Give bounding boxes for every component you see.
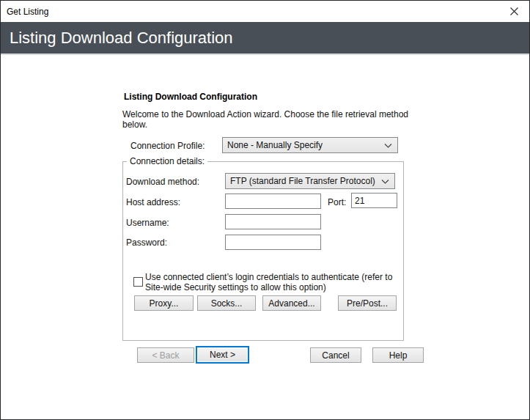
host-address-label: Host address: — [126, 197, 180, 207]
password-label: Password: — [126, 237, 167, 248]
close-icon — [509, 7, 519, 16]
wizard-heading: Listing Download Configuration — [124, 92, 257, 102]
page-title: Listing Download Configuration — [10, 29, 233, 48]
next-button[interactable]: Next > — [196, 346, 249, 364]
back-button: < Back — [137, 347, 194, 363]
port-input[interactable] — [351, 193, 397, 208]
connection-profile-label: Connection Profile: — [130, 141, 205, 151]
connection-profile-value: None - Manually Specify — [227, 140, 323, 150]
connection-details-group-label: Connection details: — [127, 156, 207, 166]
wizard-intro-line-1: Welcome to the Download Action wizard. C… — [122, 109, 408, 119]
download-method-label: Download method: — [126, 177, 199, 187]
password-input[interactable] — [225, 235, 321, 250]
port-label: Port: — [328, 197, 346, 207]
banner: Listing Download Configuration — [1, 22, 529, 55]
credentials-checkbox[interactable] — [133, 277, 143, 287]
close-button[interactable] — [498, 1, 529, 22]
username-input[interactable] — [225, 214, 321, 229]
connection-profile-select[interactable]: None - Manually Specify — [222, 137, 398, 153]
help-button[interactable]: Help — [372, 347, 424, 363]
pre-post-button[interactable]: Pre/Post... — [338, 295, 397, 311]
advanced-button[interactable]: Advanced... — [262, 295, 321, 311]
socks-button[interactable]: Socks... — [197, 295, 256, 311]
cancel-button[interactable]: Cancel — [310, 347, 361, 363]
username-label: Username: — [126, 218, 169, 228]
chevron-down-icon — [384, 144, 392, 148]
host-address-input[interactable] — [225, 194, 321, 209]
proxy-button[interactable]: Proxy... — [134, 295, 194, 311]
chevron-down-icon — [381, 180, 389, 184]
window-title: Get Listing — [7, 7, 48, 17]
credentials-checkbox-label-line-2: Site-wide Security settings to allow thi… — [145, 282, 392, 292]
wizard-intro-line-2: below. — [122, 119, 408, 130]
titlebar: Get Listing — [1, 1, 529, 22]
download-method-select[interactable]: FTP (standard File Transfer Protocol) — [225, 173, 395, 189]
get-listing-dialog: Get Listing Listing Download Configurati… — [0, 0, 530, 420]
download-method-value: FTP (standard File Transfer Protocol) — [230, 176, 375, 186]
wizard-intro: Welcome to the Download Action wizard. C… — [122, 109, 408, 130]
credentials-checkbox-label: Use connected client’s login credentials… — [145, 272, 392, 292]
credentials-checkbox-label-line-1: Use connected client’s login credentials… — [145, 272, 392, 282]
